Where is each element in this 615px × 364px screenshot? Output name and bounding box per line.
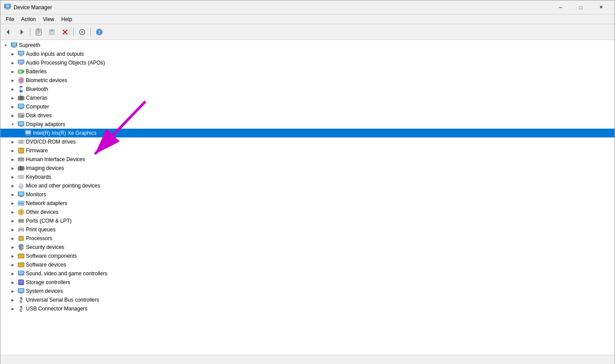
tree-item-display-adaptors[interactable]: Display adaptors bbox=[0, 120, 615, 129]
system-label: System devices bbox=[26, 288, 63, 294]
tree-item-sound[interactable]: Sound, video and game controllers bbox=[0, 269, 615, 278]
expand-computer[interactable] bbox=[9, 103, 16, 110]
mice-label: Mice and other pointing devices bbox=[26, 183, 100, 189]
cameras-icon bbox=[18, 94, 25, 101]
back-button[interactable] bbox=[2, 26, 14, 38]
expand-display-adaptors[interactable] bbox=[9, 121, 16, 128]
tree-item-usb[interactable]: Universal Serial Bus controllers bbox=[0, 296, 615, 304]
forward-button[interactable] bbox=[15, 26, 28, 38]
tree-item-computer[interactable]: Computer bbox=[0, 102, 615, 111]
expand-audio-inputs[interactable] bbox=[9, 50, 16, 58]
menu-bar: File Action View Help bbox=[0, 14, 615, 24]
svg-point-91 bbox=[22, 203, 24, 204]
tree-item-mice[interactable]: Mice and other pointing devices bbox=[0, 181, 615, 190]
tree-item-cameras[interactable]: Cameras bbox=[0, 94, 615, 102]
svg-rect-126 bbox=[20, 293, 22, 293]
expand-firmware[interactable] bbox=[9, 147, 16, 154]
scan-hardware-button[interactable] bbox=[76, 26, 88, 38]
expand-other-devices[interactable] bbox=[9, 209, 16, 216]
tree-item-disk-drives[interactable]: Disk drives bbox=[0, 111, 615, 120]
tree-item-system[interactable]: System devices bbox=[0, 287, 615, 296]
expand-dvdrom[interactable] bbox=[9, 138, 16, 145]
expand-cameras[interactable] bbox=[9, 94, 16, 101]
tree-root[interactable]: Supreeth bbox=[0, 41, 615, 50]
uninstall-button[interactable] bbox=[59, 26, 71, 38]
expand-batteries[interactable] bbox=[9, 68, 16, 75]
tree-item-firmware[interactable]: Firmware bbox=[0, 146, 615, 155]
computer-icon bbox=[11, 42, 18, 49]
help-button[interactable]: ? bbox=[93, 26, 105, 38]
expand-disk-drives[interactable] bbox=[9, 112, 16, 119]
tree-item-bluetooth[interactable]: B Bluetooth bbox=[0, 85, 615, 94]
tree-item-intel-iris[interactable]: Intel(R) Iris(R) Xe Graphics bbox=[0, 129, 615, 137]
expand-audio-processing[interactable] bbox=[9, 59, 16, 66]
expand-bluetooth[interactable] bbox=[9, 86, 16, 93]
tree-item-dvdrom[interactable]: DVD/CD-ROM drives bbox=[0, 137, 615, 146]
expand-monitors[interactable] bbox=[9, 191, 16, 198]
expand-usb[interactable] bbox=[9, 296, 16, 303]
expand-mice[interactable] bbox=[9, 182, 16, 189]
tree-item-network[interactable]: Network adapters bbox=[0, 199, 615, 208]
update-driver-button[interactable] bbox=[46, 26, 58, 38]
svg-rect-123 bbox=[19, 283, 23, 284]
tree-item-imaging[interactable]: Imaging devices bbox=[0, 164, 615, 173]
tree-item-security[interactable]: 🔒 Security devices bbox=[0, 243, 615, 252]
svg-rect-74 bbox=[22, 176, 23, 177]
maximize-button[interactable]: □ bbox=[571, 0, 591, 14]
monitors-label: Monitors bbox=[26, 191, 46, 198]
menu-view[interactable]: View bbox=[40, 14, 58, 24]
expand-root[interactable] bbox=[2, 42, 9, 49]
expand-imaging[interactable] bbox=[9, 165, 16, 172]
svg-rect-39 bbox=[20, 96, 21, 97]
tree-item-keyboards[interactable]: Keyboards bbox=[0, 173, 615, 181]
expand-software-devices[interactable] bbox=[9, 261, 16, 268]
expand-software-components[interactable] bbox=[9, 252, 16, 259]
menu-action[interactable]: Action bbox=[18, 14, 39, 24]
tree-item-monitors[interactable]: Monitors bbox=[0, 190, 615, 199]
tree-item-print-queues[interactable]: Print queues bbox=[0, 225, 615, 234]
open-properties-button[interactable] bbox=[33, 26, 45, 38]
expand-biometric[interactable] bbox=[9, 77, 16, 84]
menu-file[interactable]: File bbox=[2, 14, 18, 24]
device-tree[interactable]: Supreeth Audio inputs and outputs bbox=[0, 40, 615, 355]
minimize-button[interactable]: ─ bbox=[550, 0, 571, 14]
tree-item-audio-inputs[interactable]: Audio inputs and outputs bbox=[0, 50, 615, 58]
tree-item-hid[interactable]: Human Interface Devices bbox=[0, 155, 615, 164]
svg-marker-129 bbox=[20, 297, 22, 299]
expand-usb-connector[interactable] bbox=[9, 305, 16, 312]
tree-item-batteries[interactable]: Batteries bbox=[0, 67, 615, 76]
svg-rect-69 bbox=[20, 166, 21, 167]
close-button[interactable]: ✕ bbox=[591, 0, 611, 14]
tree-item-audio-processing[interactable]: Audio Processing Objects (APOs) bbox=[0, 58, 615, 67]
expand-ports[interactable] bbox=[9, 217, 16, 224]
cameras-label: Cameras bbox=[26, 95, 47, 101]
tree-item-software-devices[interactable]: Software devices bbox=[0, 260, 615, 269]
ports-label: Ports (COM & LPT) bbox=[26, 218, 72, 224]
software-devices-icon bbox=[18, 261, 25, 268]
expand-keyboards[interactable] bbox=[9, 173, 16, 180]
expand-network[interactable] bbox=[9, 200, 16, 207]
tree-item-biometric[interactable]: Biometric devices bbox=[0, 76, 615, 85]
tree-item-processors[interactable]: Processors bbox=[0, 234, 615, 243]
svg-text:?: ? bbox=[20, 209, 23, 215]
expand-system[interactable] bbox=[9, 288, 16, 295]
svg-text:B: B bbox=[21, 86, 24, 91]
svg-rect-24 bbox=[20, 55, 22, 56]
expand-storage[interactable] bbox=[9, 279, 16, 286]
computer-item-icon bbox=[18, 103, 25, 110]
tree-item-storage[interactable]: Storage controllers bbox=[0, 278, 615, 287]
svg-point-135 bbox=[21, 311, 22, 312]
tree-item-other-devices[interactable]: ? Other devices bbox=[0, 208, 615, 216]
expand-security[interactable] bbox=[9, 244, 16, 251]
svg-rect-77 bbox=[21, 177, 22, 178]
tree-item-ports[interactable]: Ports (COM & LPT) bbox=[0, 216, 615, 225]
expand-hid[interactable] bbox=[9, 156, 16, 163]
expand-print-queues[interactable] bbox=[9, 226, 16, 233]
expand-sound[interactable] bbox=[9, 270, 16, 277]
usb-connector-label: USB Connector Managers bbox=[26, 306, 87, 312]
expand-processors[interactable] bbox=[9, 235, 16, 242]
tree-item-usb-connector[interactable]: USB Connector Managers bbox=[0, 304, 615, 313]
imaging-label: Imaging devices bbox=[26, 165, 64, 171]
tree-item-software-components[interactable]: Software components bbox=[0, 252, 615, 260]
menu-help[interactable]: Help bbox=[58, 14, 76, 24]
